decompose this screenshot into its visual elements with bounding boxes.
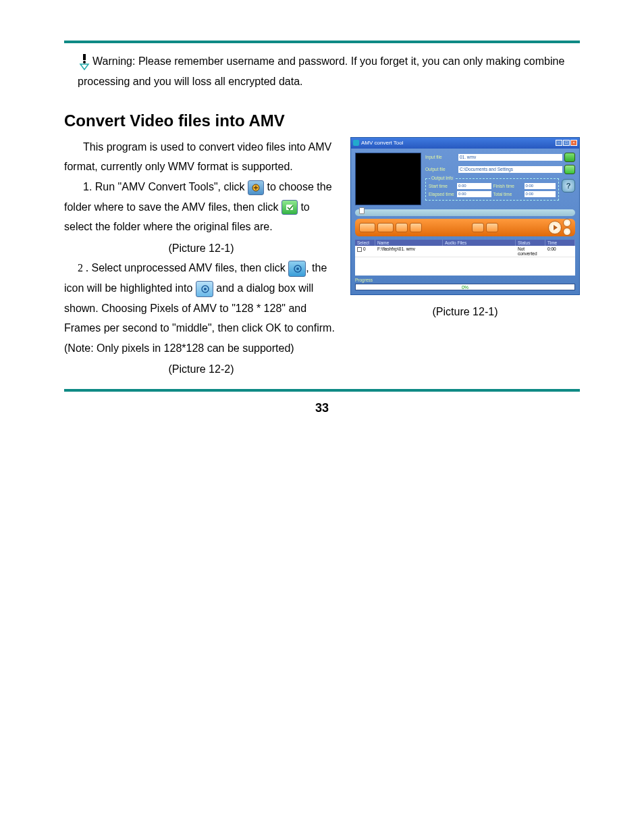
start-time-value: 0:00: [457, 183, 491, 189]
row-audio: [443, 246, 516, 257]
output-file-field[interactable]: C:\Documents and Settings: [458, 166, 562, 173]
control-bar: [355, 219, 575, 236]
window-app-icon: [353, 140, 359, 146]
input-file-field[interactable]: 01. wmv: [458, 154, 562, 161]
top-rule: [64, 41, 580, 43]
elapsed-time-value: 0:00: [457, 191, 491, 197]
settings-gear-icon: [288, 261, 306, 277]
svg-marker-2: [80, 64, 88, 70]
progress-bar: 0%: [355, 284, 575, 290]
next-track-button[interactable]: [563, 228, 571, 236]
play-icon: [554, 225, 558, 230]
row-name: F:\flashfxp\01. wmv: [375, 246, 443, 257]
warning-icon: [78, 54, 91, 70]
control-button-2[interactable]: [377, 223, 394, 232]
step2-number: 2 .: [78, 262, 88, 273]
control-button-3[interactable]: [396, 223, 408, 232]
fields-area: Input file 01. wmv Output file C:\Docume…: [425, 153, 575, 205]
figure-caption: (Picture 12-1): [350, 306, 580, 318]
elapsed-time-label: Elapsed time: [429, 192, 456, 197]
svg-point-6: [296, 267, 299, 270]
page-number: 33: [64, 401, 580, 415]
stop-button[interactable]: [486, 223, 498, 232]
finish-time-label: Finish time: [493, 184, 523, 188]
maximize-button[interactable]: □: [563, 140, 570, 146]
step-1: 1. Run "AMV Convert Tools", click to cho…: [64, 177, 338, 237]
two-column-layout: This program is used to convert video fi…: [64, 137, 580, 380]
col-name: Name: [375, 240, 443, 246]
output-info-group: Output Info Start time0:00 Finish time0:…: [425, 178, 559, 201]
window-body: Input file 01. wmv Output file C:\Docume…: [351, 149, 579, 294]
warning-block: Warning: Please remember username and pa…: [64, 51, 580, 93]
figure-column: AMV convert Tool - □ × Input file: [350, 137, 580, 380]
output-info-title: Output Info: [430, 176, 454, 180]
file-list-grid[interactable]: 0 F:\flashfxp\01. wmv Not converted 0:00: [355, 246, 575, 276]
picture-ref-2: (Picture 12-2): [64, 359, 338, 380]
row-time: 0:00: [545, 246, 575, 257]
play-button[interactable]: [548, 221, 562, 234]
bottom-rule: [64, 389, 580, 392]
seek-slider[interactable]: [355, 209, 575, 216]
document-page: Warning: Please remember username and pa…: [0, 0, 644, 436]
refresh-button[interactable]: [472, 223, 484, 232]
progress-label: Progress: [355, 278, 373, 282]
control-button-4[interactable]: [410, 223, 422, 232]
col-time: Time: [545, 240, 575, 246]
svg-rect-0: [83, 54, 86, 60]
svg-point-1: [83, 61, 86, 63]
step1-part-a: 1. Run "AMV Convert Tools", click: [83, 181, 248, 192]
finish-time-value: 0:00: [525, 183, 556, 189]
window-title: AMV convert Tool: [361, 140, 404, 146]
total-time-value: 0:00: [525, 191, 556, 197]
row-checkbox[interactable]: [357, 247, 362, 252]
col-status: Status: [516, 240, 545, 246]
picture-ref-1: (Picture 12-1): [64, 238, 338, 259]
total-time-label: Total time: [493, 192, 523, 197]
col-select: Select: [355, 240, 375, 246]
window-titlebar[interactable]: AMV convert Tool - □ ×: [351, 138, 579, 149]
row-status: Not converted: [516, 246, 545, 257]
prev-track-button[interactable]: [563, 219, 571, 227]
file-list-header: Select Name Audio Files Status Time: [355, 240, 575, 246]
browse-input-button[interactable]: [564, 153, 575, 162]
control-button-1[interactable]: [359, 223, 375, 232]
slider-thumb[interactable]: [359, 207, 365, 214]
output-file-label: Output file: [425, 167, 456, 172]
start-time-label: Start time: [429, 184, 456, 188]
browse-output-button[interactable]: [564, 165, 575, 174]
settings-gear-highlighted-icon: [196, 281, 213, 297]
amv-converter-window: AMV convert Tool - □ × Input file: [350, 137, 580, 295]
progress-section: Progress 0%: [355, 278, 575, 290]
row-select-mark: 0: [363, 246, 366, 251]
svg-point-8: [204, 288, 207, 290]
progress-value: 0%: [462, 284, 468, 291]
video-preview: [355, 153, 421, 205]
minimize-button[interactable]: -: [556, 140, 562, 146]
input-file-label: Input file: [425, 155, 456, 159]
warning-text: Warning: Please remember username and pa…: [78, 55, 564, 87]
table-row[interactable]: 0 F:\flashfxp\01. wmv Not converted 0:00: [355, 246, 575, 257]
folder-open-icon: [281, 200, 298, 215]
close-button[interactable]: ×: [570, 140, 577, 146]
folder-save-icon: [248, 180, 264, 195]
help-button[interactable]: ?: [562, 179, 575, 192]
col-audio: Audio Files: [443, 240, 516, 246]
intro-paragraph: This program is used to convert video fi…: [64, 137, 338, 177]
section-heading: Convert Video files into AMV: [64, 111, 580, 130]
body-text-column: This program is used to convert video fi…: [64, 137, 338, 380]
step2-part-a: Select unprocessed AMV files, then click: [91, 262, 285, 273]
step-2: 2 . Select unprocessed AMV files, then c…: [64, 258, 338, 358]
